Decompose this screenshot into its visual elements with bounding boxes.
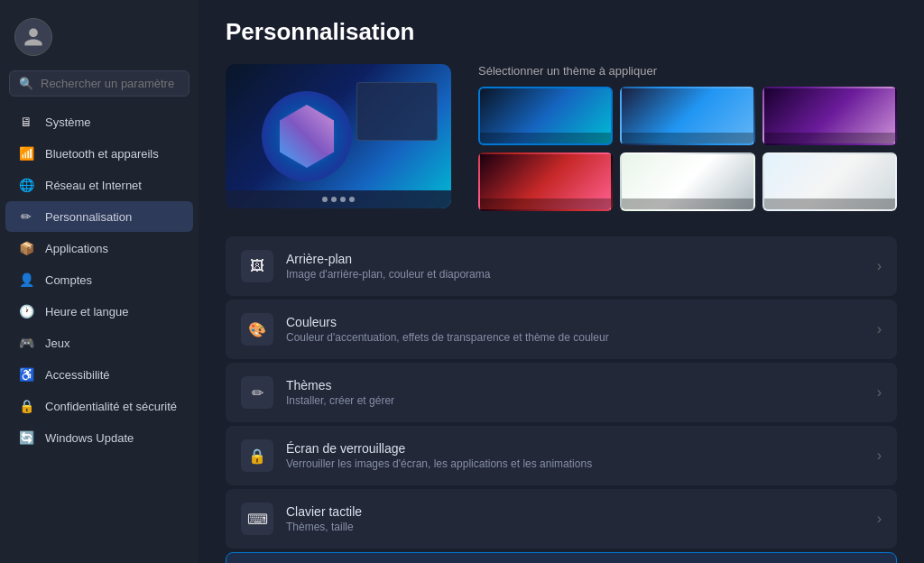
sidebar-item-reseau[interactable]: 🌐Réseau et Internet [5, 170, 193, 200]
couleurs-title: Couleurs [286, 315, 868, 329]
sidebar-item-bluetooth[interactable]: 📶Bluetooth et appareils [5, 138, 193, 169]
sidebar-item-comptes[interactable]: 👤Comptes [5, 264, 193, 295]
taskbar-preview [226, 190, 451, 208]
taskbar-dot [331, 197, 337, 202]
nav-items: 🖥Système📶Bluetooth et appareils🌐Réseau e… [0, 106, 199, 454]
sidebar-item-windows_update[interactable]: 🔄Windows Update [5, 422, 193, 453]
sidebar-item-label: Bluetooth et appareils [45, 147, 159, 161]
couleurs-icon: 🎨 [241, 313, 273, 346]
couleurs-desc: Couleur d'accentuation, effets de transp… [286, 331, 868, 344]
arriere-plan-icon: 🖼 [241, 250, 273, 282]
user-icon [23, 26, 44, 48]
taskbar-dot [349, 197, 355, 202]
clavier-tactile-icon: ⌨ [241, 503, 273, 535]
theme-option-2[interactable] [620, 87, 754, 145]
chevron-right-icon: › [877, 321, 882, 337]
sidebar: 🔍 🖥Système📶Bluetooth et appareils🌐Réseau… [0, 0, 199, 563]
main-content: Personnalisation Sélectionner un thème à… [199, 0, 924, 563]
windows-logo [262, 91, 352, 181]
settings-item-arriere-plan[interactable]: 🖼Arrière-planImage d'arrière-plan, coule… [226, 236, 897, 296]
ecran-verrouillage-icon: 🔒 [241, 439, 273, 472]
jeux-icon: 🎮 [18, 335, 34, 351]
reseau-icon: 🌐 [18, 177, 34, 193]
settings-item-themes[interactable]: ✏ThèmesInstaller, créer et gérer› [226, 363, 897, 422]
arriere-plan-desc: Image d'arrière-plan, couleur et diapora… [286, 268, 868, 281]
theme-option-6[interactable] [762, 152, 897, 211]
theme-section: Sélectionner un thème à appliquer [226, 64, 897, 211]
sidebar-item-label: Comptes [45, 273, 92, 287]
sidebar-item-label: Jeux [45, 337, 69, 350]
ecran-verrouillage-text: Écran de verrouillageVerrouiller les ima… [286, 441, 868, 470]
ecran-verrouillage-title: Écran de verrouillage [286, 441, 868, 456]
chevron-right-icon: › [877, 384, 882, 401]
settings-list: 🖼Arrière-planImage d'arrière-plan, coule… [226, 236, 897, 563]
theme-picker: Sélectionner un thème à appliquer [478, 64, 897, 211]
themes-text: ThèmesInstaller, créer et gérer [286, 378, 868, 407]
sidebar-item-applications[interactable]: 📦Applications [5, 233, 193, 263]
sidebar-item-heure[interactable]: 🕐Heure et langue [5, 296, 193, 327]
theme-option-5[interactable] [620, 152, 754, 211]
bluetooth-icon: 📶 [18, 145, 34, 162]
chevron-right-icon: › [877, 448, 882, 464]
sidebar-item-label: Réseau et Internet [45, 179, 142, 192]
arriere-plan-text: Arrière-planImage d'arrière-plan, couleu… [286, 252, 868, 281]
clavier-tactile-text: Clavier tactileThèmes, taille [286, 504, 868, 533]
taskbar-dot [340, 197, 346, 202]
ecran-verrouillage-desc: Verrouiller les images d'écran, les appl… [286, 457, 868, 470]
themes-title: Thèmes [286, 378, 868, 392]
settings-item-demarrer[interactable]: ⊞DémarrerApplications et éléments récent… [226, 552, 897, 563]
heure-icon: 🕐 [18, 303, 34, 319]
sidebar-item-personnalisation[interactable]: ✏Personnalisation [5, 201, 193, 232]
comptes-icon: 👤 [18, 272, 34, 288]
clavier-tactile-desc: Thèmes, taille [286, 521, 868, 533]
chevron-right-icon: › [877, 511, 882, 527]
theme-grid [478, 87, 897, 211]
chevron-right-icon: › [877, 258, 882, 274]
search-box[interactable]: 🔍 [9, 70, 189, 97]
sidebar-item-confidentialite[interactable]: 🔒Confidentialité et sécurité [5, 391, 193, 421]
theme-option-4[interactable] [478, 152, 613, 211]
search-input[interactable] [41, 77, 180, 90]
theme-picker-title: Sélectionner un thème à appliquer [478, 64, 897, 78]
sidebar-item-label: Système [45, 115, 91, 129]
sidebar-item-jeux[interactable]: 🎮Jeux [5, 328, 193, 358]
applications-icon: 📦 [18, 240, 34, 256]
taskbar-dot [322, 197, 328, 202]
confidentialite-icon: 🔒 [18, 398, 34, 414]
page-title: Personnalisation [226, 18, 897, 46]
sidebar-item-accessibilite[interactable]: ♿Accessibilité [5, 359, 193, 390]
settings-item-couleurs[interactable]: 🎨CouleursCouleur d'accentuation, effets … [226, 300, 897, 359]
sidebar-item-label: Accessibilité [45, 368, 110, 382]
accessibilite-icon: ♿ [18, 366, 34, 383]
avatar[interactable] [14, 18, 52, 56]
arriere-plan-title: Arrière-plan [286, 252, 868, 266]
windows_update-icon: 🔄 [18, 429, 34, 446]
systeme-icon: 🖥 [18, 114, 34, 130]
clavier-tactile-title: Clavier tactile [286, 504, 868, 519]
themes-desc: Installer, créer et gérer [286, 394, 868, 407]
avatar-area [0, 9, 199, 70]
sidebar-item-systeme[interactable]: 🖥Système [5, 106, 193, 137]
search-icon: 🔍 [19, 77, 33, 90]
sidebar-item-label: Applications [45, 242, 108, 255]
theme-option-3[interactable] [762, 87, 897, 145]
settings-item-clavier-tactile[interactable]: ⌨Clavier tactileThèmes, taille› [226, 489, 897, 549]
sidebar-item-label: Windows Update [45, 431, 134, 445]
theme-option-1[interactable] [478, 87, 613, 145]
couleurs-text: CouleursCouleur d'accentuation, effets d… [286, 315, 868, 344]
themes-icon: ✏ [241, 376, 273, 409]
settings-item-ecran-verrouillage[interactable]: 🔒Écran de verrouillageVerrouiller les im… [226, 426, 897, 485]
sidebar-item-label: Personnalisation [45, 210, 132, 224]
sidebar-item-label: Heure et langue [45, 305, 129, 318]
sidebar-item-label: Confidentialité et sécurité [45, 400, 177, 413]
theme-preview [226, 64, 451, 208]
window-mock [356, 82, 438, 141]
personnalisation-icon: ✏ [18, 208, 34, 225]
